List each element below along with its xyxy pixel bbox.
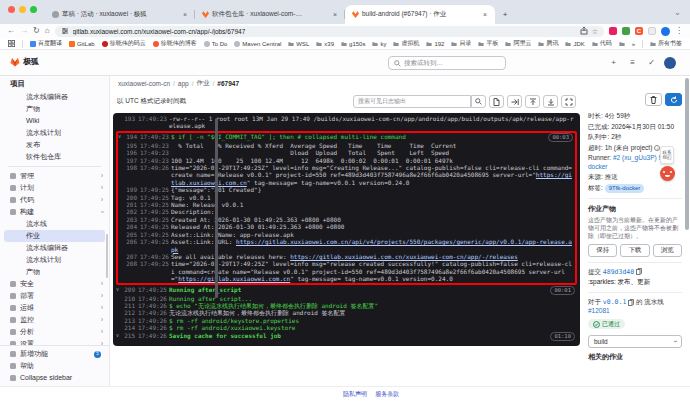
log-line-number[interactable]: 201	[124, 201, 137, 208]
reload-button[interactable]: ↻	[33, 27, 40, 35]
log-line-number[interactable]: 199	[124, 186, 137, 193]
sidebar-item[interactable]: 计划›	[0, 182, 109, 194]
raw-log-button[interactable]	[489, 95, 504, 108]
tab-close-icon[interactable]: ×	[482, 11, 488, 18]
all-bookmarks-button[interactable]: 所有书签	[650, 39, 682, 48]
log-line-number[interactable]: 209	[122, 286, 135, 293]
scroll-bottom-button[interactable]	[543, 95, 558, 108]
log-line-number[interactable]: 205	[124, 231, 137, 238]
breadcrumb-item[interactable]: app	[178, 80, 189, 87]
log-line-number[interactable]: 203	[124, 216, 137, 223]
sidebar-footer-item[interactable]: 帮助	[0, 360, 109, 372]
log-line-number[interactable]: 196	[124, 149, 137, 156]
sidebar-item[interactable]: 流水线编辑器	[0, 91, 109, 103]
log-line-number[interactable]: 206	[124, 238, 137, 245]
pipeline-id-link[interactable]: #12081	[588, 307, 610, 314]
bookmark-item[interactable]: 虚拟机	[393, 39, 419, 48]
log-link[interactable]: https://gitlab.xuxiaowei.com.cn	[178, 275, 290, 282]
gitlab-logo[interactable]: 极狐	[10, 56, 39, 67]
log-line-number[interactable]: 202	[124, 208, 137, 215]
bookmark-item[interactable]: 192	[426, 41, 444, 47]
retry-job-button[interactable]	[665, 93, 682, 106]
sidebar-item[interactable]: Wiki	[0, 115, 109, 127]
minimize-window-button[interactable]	[19, 6, 26, 13]
sidebar-item[interactable]: 产物	[0, 266, 109, 278]
log-link[interactable]: https://gitlab.xuxiaowei.com.cn/xuxiaowe…	[290, 253, 518, 260]
pipeline-tag-link[interactable]: v0.0.1	[603, 298, 626, 306]
log-line-number[interactable]: 197	[124, 157, 137, 164]
sidebar-footer-item[interactable]: Collapse sidebar	[0, 372, 109, 384]
home-button[interactable]: ⌂	[45, 27, 50, 35]
sidebar-item[interactable]: 流水线	[0, 218, 109, 230]
utc-timestamp-label[interactable]: 以 UTC 格式记录时间戳	[117, 97, 186, 106]
log-scrollbar[interactable]	[215, 118, 218, 298]
bookmark-star-icon[interactable]: ☆	[592, 28, 598, 35]
new-tab-button[interactable]: +	[499, 8, 511, 20]
scroll-top-button[interactable]	[525, 95, 540, 108]
scrollbar-thumb[interactable]	[685, 78, 689, 230]
breadcrumb-item[interactable]: xuxiaowei-com-cn	[118, 80, 170, 87]
stage-dropdown[interactable]: build ›	[588, 335, 682, 348]
breadcrumb-item[interactable]: #67947	[217, 80, 239, 87]
log-line-number[interactable]: 198	[124, 164, 137, 171]
extension-icon[interactable]	[609, 27, 617, 35]
sidebar-item[interactable]: 安全›	[0, 278, 109, 290]
url-text[interactable]: gitlab.xuxiaowei.com.cn/xuxiaowei-com-cn…	[73, 28, 576, 35]
close-window-button[interactable]	[8, 6, 15, 13]
reading-list-icon[interactable]	[8, 40, 15, 47]
log-search-button[interactable]	[471, 95, 486, 108]
sidebar-item[interactable]: 管理›	[0, 170, 109, 182]
bookmark-item[interactable]: JDK	[565, 41, 584, 47]
extension-icon[interactable]	[648, 27, 656, 35]
tab-search-icon[interactable]: ›	[672, 8, 684, 20]
bookmark-item[interactable]: 阿里云	[505, 39, 531, 48]
sidebar-item[interactable]: 流水线编辑器	[0, 242, 109, 254]
sidebar-item[interactable]: 软件包仓库	[0, 151, 109, 163]
bookmark-item[interactable]: 腾讯	[538, 39, 558, 48]
log-line-number[interactable]: 213	[122, 317, 135, 324]
sidebar-item[interactable]: 运维›	[0, 302, 109, 314]
tab-close-icon[interactable]: ×	[332, 11, 338, 18]
chrome-menu-icon[interactable]: ⋮	[675, 27, 683, 35]
copy-icon[interactable]	[628, 299, 634, 306]
sidebar-item[interactable]: 发布	[0, 139, 109, 151]
footer-link[interactable]: 服务条款	[375, 390, 399, 399]
sidebar-item[interactable]: 监控›	[0, 314, 109, 326]
commit-message[interactable]: :sparkles: 发布、更新	[588, 278, 682, 287]
sidebar-item[interactable]: 作业	[4, 230, 105, 242]
page-scrollbar[interactable]	[685, 78, 689, 384]
mascot-support-button[interactable]	[660, 166, 675, 181]
bookmark-item[interactable]: g150s	[341, 41, 365, 47]
fullscreen-button[interactable]	[561, 95, 576, 108]
bookmark-item[interactable]: 徐晓伟的码云	[102, 39, 146, 48]
bookmark-item[interactable]: Maven Central	[234, 41, 281, 47]
forward-button[interactable]: →	[20, 27, 28, 35]
log-line-number[interactable]: 215	[122, 332, 135, 339]
sidebar-item[interactable]: 分析›	[0, 326, 109, 338]
browser-tab[interactable]: build-android (#67947) · 作业×	[345, 5, 495, 24]
bookmark-item[interactable]: 徐晓伟的博客	[153, 39, 197, 48]
adblock-extension-icon[interactable]	[622, 27, 630, 35]
breadcrumb-item[interactable]: 作业	[197, 79, 210, 88]
site-info-icon[interactable]	[61, 27, 69, 35]
log-line-number[interactable]: 194	[124, 133, 137, 140]
todo-icon[interactable]: ✓	[645, 56, 658, 69]
bookmarks-overflow-icon[interactable]: »	[632, 41, 635, 47]
log-line-number[interactable]: 212	[122, 309, 135, 316]
artifact-action-button[interactable]: 浏览	[653, 244, 682, 257]
log-line-number[interactable]: 204	[124, 223, 137, 230]
log-line-number[interactable]: 207	[124, 253, 137, 260]
sidebar-scrollbar[interactable]	[106, 234, 108, 278]
log-line-number[interactable]: 211	[122, 302, 135, 309]
log-line-number[interactable]: 200	[124, 194, 137, 201]
browser-tab[interactable]: 软件包仓库 · xuxiaowei-com-…×	[195, 5, 345, 24]
artifact-action-button[interactable]: 保持	[588, 244, 617, 257]
bookmark-item[interactable]: WSL	[288, 41, 309, 47]
address-bar[interactable]: gitlab.xuxiaowei.com.cn/xuxiaowei-com-cn…	[55, 26, 604, 37]
bookmark-item[interactable]: To Do	[204, 41, 228, 47]
share-icon[interactable]	[580, 27, 588, 35]
bookmark-item[interactable]: 目录	[451, 39, 471, 48]
log-line-number[interactable]: 210	[122, 295, 135, 302]
back-button[interactable]: ←	[7, 27, 15, 35]
profile-avatar[interactable]	[661, 27, 670, 36]
